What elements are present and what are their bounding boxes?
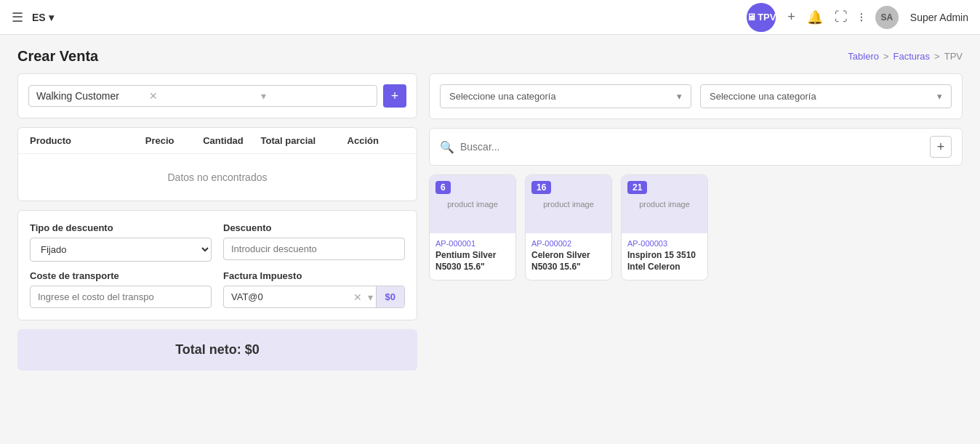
customer-section: Walking Customer ✕ ▾ + [17,73,417,118]
product-card-0[interactable]: 6 product image AP-000001 Pentium Silver… [429,174,516,280]
tax-zero-badge: $0 [376,286,404,307]
tpv-button[interactable]: 🖥 TPV [747,3,776,32]
discount-panel: Tipo de descuento Fijado Porcentaje Desc… [17,210,417,320]
order-table: Producto Precio Cantidad Total parcial A… [17,127,417,201]
topnav-left: ☰ ES ▾ [12,9,54,25]
grid-icon[interactable]: ⁝ [859,9,864,25]
col-precio: Precio [145,135,203,146]
page-title: Crear Venta [17,48,98,65]
category2-select[interactable]: Seleccione una categoría ▾ [700,84,952,108]
discount-type-label: Tipo de descuento [30,222,212,233]
bell-icon[interactable]: 🔔 [807,9,823,25]
total-label: Total neto: [175,342,241,357]
shipping-field: Coste de transporte [30,270,212,308]
clear-customer-icon[interactable]: ✕ [149,90,257,102]
main-content: Walking Customer ✕ ▾ + Producto Precio C… [0,73,980,388]
category1-label: Seleccione una categoría [449,91,556,102]
breadcrumb-sep2: > [934,51,940,62]
search-input[interactable] [460,141,924,153]
breadcrumb-sep1: > [883,51,889,62]
product-sku-0: AP-000001 [435,239,510,248]
discount-grid: Tipo de descuento Fijado Porcentaje Desc… [30,222,405,308]
topnav-right: 🖥 TPV + 🔔 ⛶ ⁝ SA Super Admin [747,3,968,32]
order-table-header: Producto Precio Cantidad Total parcial A… [18,128,417,154]
breadcrumb-tablero[interactable]: Tablero [848,51,879,62]
right-panel: Seleccione una categoría ▾ Seleccione un… [429,73,963,371]
product-name-2: Inspiron 15 3510 Intel Celeron [627,250,702,273]
product-info-2: AP-000003 Inspiron 15 3510 Intel Celeron [622,233,707,280]
shipping-label: Coste de transporte [30,270,212,281]
tpv-icon: 🖥 [747,12,756,23]
avatar-initials: SA [880,12,893,23]
total-value: $0 [245,342,260,357]
category2-label: Seleccione una categoría [710,91,816,102]
products-grid: 6 product image AP-000001 Pentium Silver… [429,174,963,280]
plus-icon[interactable]: + [787,9,795,25]
category1-select[interactable]: Seleccione una categoría ▾ [440,84,691,108]
table-empty-message: Datos no encontrados [18,154,417,201]
product-info-1: AP-000002 Celeron Silver N5030 15.6" [526,233,611,280]
customer-value: Walking Customer [36,90,145,102]
product-sku-1: AP-000002 [531,239,606,248]
tax-chevron-icon[interactable]: ▾ [365,291,376,303]
discount-type-select[interactable]: Fijado Porcentaje [30,238,212,262]
total-bar: Total neto: $0 [17,329,417,371]
product-info-0: AP-000001 Pentium Silver N5030 15.6" [430,233,515,280]
avatar[interactable]: SA [875,6,899,29]
add-customer-button[interactable]: + [383,84,406,108]
discount-amount-label: Descuento [223,222,405,233]
product-sku-2: AP-000003 [627,239,702,248]
tax-select-row[interactable]: VAT@0 ✕ ▾ $0 [223,286,405,308]
search-icon: 🔍 [440,140,454,154]
language-selector[interactable]: ES ▾ [32,12,54,23]
fullscreen-icon[interactable]: ⛶ [835,9,848,25]
tpv-label: TPV [758,12,776,23]
category-row: Seleccione una categoría ▾ Seleccione un… [429,73,963,119]
product-name-0: Pentium Silver N5030 15.6" [435,250,510,273]
product-card-1[interactable]: 16 product image AP-000002 Celeron Silve… [525,174,612,280]
col-cantidad: Cantidad [203,135,260,146]
left-panel: Walking Customer ✕ ▾ + Producto Precio C… [17,73,417,371]
search-bar: 🔍 + [429,128,963,166]
hamburger-icon[interactable]: ☰ [12,9,23,25]
clear-tax-icon[interactable]: ✕ [350,291,365,303]
product-card-2[interactable]: 21 product image AP-000003 Inspiron 15 3… [621,174,708,280]
customer-select-wrap[interactable]: Walking Customer ✕ ▾ [28,85,377,107]
user-name: Super Admin [910,12,968,23]
col-total: Total parcial [261,135,348,146]
category1-chevron-icon: ▾ [677,91,682,102]
breadcrumb-tpv: TPV [944,51,963,62]
tax-label: Factura Impuesto [223,270,405,281]
product-name-1: Celeron Silver N5030 15.6" [531,250,606,273]
discount-amount-field: Descuento [223,222,405,262]
breadcrumb: Tablero > Facturas > TPV [848,51,963,62]
product-badge-2: 21 [627,181,647,194]
tax-value: VAT@0 [224,286,350,307]
lang-label: ES [32,12,46,23]
breadcrumb-facturas[interactable]: Facturas [893,51,931,62]
category2-chevron-icon: ▾ [937,91,942,102]
page-header: Crear Venta Tablero > Facturas > TPV [0,35,980,73]
col-producto: Producto [30,135,145,146]
customer-chevron-icon[interactable]: ▾ [261,90,369,102]
top-navigation: ☰ ES ▾ 🖥 TPV + 🔔 ⛶ ⁝ SA Super Admin [0,0,980,35]
col-accion: Acción [348,135,405,146]
search-add-button[interactable]: + [930,136,952,158]
tax-field: Factura Impuesto VAT@0 ✕ ▾ $0 [223,270,405,308]
shipping-input[interactable] [30,286,212,308]
discount-amount-input[interactable] [223,238,405,260]
product-badge-0: 6 [435,181,451,194]
discount-type-field: Tipo de descuento Fijado Porcentaje [30,222,212,262]
lang-chevron-icon: ▾ [49,12,54,23]
product-badge-1: 16 [531,181,551,194]
